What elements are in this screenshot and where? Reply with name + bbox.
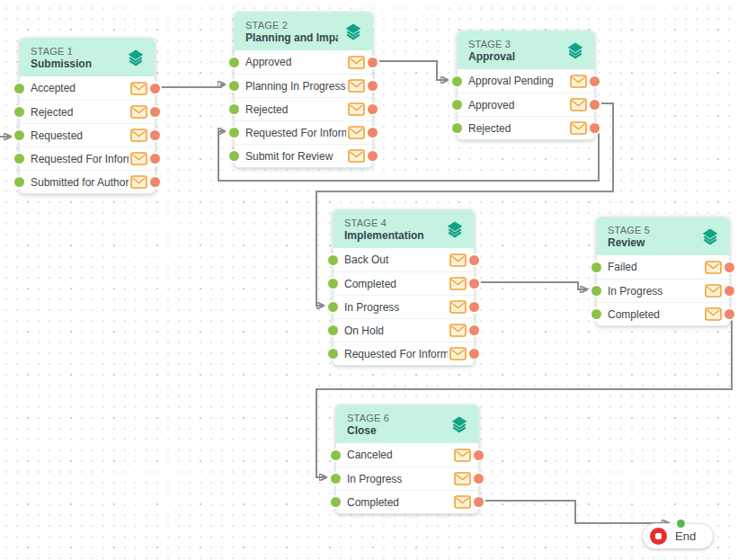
input-port[interactable] [591, 309, 601, 319]
input-port[interactable] [229, 104, 239, 114]
output-port[interactable] [368, 151, 378, 161]
input-port[interactable] [328, 349, 338, 359]
output-port[interactable] [474, 474, 484, 484]
input-port[interactable] [591, 286, 601, 296]
mail-icon[interactable] [570, 75, 587, 88]
mail-icon[interactable] [454, 449, 471, 462]
stage-header[interactable]: STAGE 2 Planning and Impact ... [235, 13, 372, 50]
stage-header[interactable]: STAGE 1 Submission [20, 39, 155, 76]
input-port[interactable] [328, 302, 338, 312]
input-port[interactable] [452, 100, 462, 110]
mail-icon[interactable] [705, 261, 722, 274]
mail-icon[interactable] [449, 324, 467, 337]
mail-icon[interactable] [449, 277, 467, 290]
input-port[interactable] [328, 279, 338, 289]
stage-header[interactable]: STAGE 4 Implementation [333, 210, 474, 248]
input-port[interactable] [328, 255, 338, 265]
status-item[interactable]: Planning In Progress [235, 74, 372, 97]
output-port[interactable] [150, 84, 160, 93]
status-item[interactable]: Requested For Informa. [235, 120, 372, 144]
stage-card-5[interactable]: STAGE 5 Review Failed In Progress Comple… [596, 217, 730, 326]
status-item[interactable]: Accepted [20, 76, 155, 100]
output-port[interactable] [150, 130, 160, 140]
stage-header[interactable]: STAGE 3 Approval [458, 31, 594, 69]
stage-header[interactable]: STAGE 5 Review [597, 218, 729, 255]
status-item[interactable]: Approved [235, 50, 372, 74]
end-input-port[interactable] [677, 520, 685, 528]
output-port[interactable] [150, 154, 160, 164]
status-item[interactable]: Canceled [336, 443, 478, 467]
output-port[interactable] [474, 497, 484, 507]
output-port[interactable] [474, 450, 484, 460]
output-port[interactable] [590, 76, 600, 86]
status-item[interactable]: Requested For Informa. [20, 147, 155, 170]
status-item[interactable]: Completed [597, 302, 729, 325]
status-item[interactable]: Failed [597, 255, 729, 279]
status-item[interactable]: Rejected [20, 100, 155, 123]
end-node[interactable]: End [642, 523, 714, 549]
output-port[interactable] [368, 81, 378, 91]
mail-icon[interactable] [130, 82, 147, 95]
output-port[interactable] [590, 123, 600, 133]
output-port[interactable] [469, 349, 479, 359]
workflow-canvas[interactable]: STAGE 1 Submission Accepted Rejected Req… [0, 0, 738, 560]
mail-icon[interactable] [348, 56, 365, 69]
mail-icon[interactable] [449, 300, 467, 314]
output-port[interactable] [725, 309, 734, 319]
status-item[interactable]: Rejected [458, 116, 594, 139]
output-port[interactable] [469, 325, 479, 335]
input-port[interactable] [591, 262, 601, 272]
output-port[interactable] [368, 58, 378, 67]
input-port[interactable] [229, 58, 239, 67]
input-port[interactable] [14, 107, 24, 117]
mail-icon[interactable] [454, 495, 471, 509]
mail-icon[interactable] [449, 253, 467, 267]
stage-card-6[interactable]: STAGE 6 Close Canceled In Progress Compl… [335, 404, 479, 514]
status-item[interactable]: Submitted for Authori... [20, 170, 155, 193]
status-item[interactable]: Approved [458, 93, 594, 116]
output-port[interactable] [150, 177, 160, 187]
status-item[interactable]: Requested For Informa. [333, 342, 474, 365]
input-port[interactable] [452, 123, 462, 133]
mail-icon[interactable] [570, 121, 587, 135]
input-port[interactable] [14, 130, 24, 140]
output-port[interactable] [469, 302, 479, 312]
status-item[interactable]: Back Out [333, 248, 474, 271]
mail-icon[interactable] [705, 307, 722, 321]
input-port[interactable] [331, 474, 341, 484]
status-item[interactable]: Submit for Review [235, 144, 372, 167]
input-port[interactable] [229, 151, 239, 161]
input-port[interactable] [229, 128, 239, 138]
mail-icon[interactable] [130, 175, 147, 189]
status-item[interactable]: Completed [333, 271, 474, 295]
stage-card-4[interactable]: STAGE 4 Implementation Back Out Complete… [333, 209, 475, 366]
stage-header[interactable]: STAGE 6 Close [336, 405, 478, 443]
status-item[interactable]: Rejected [235, 97, 372, 120]
status-item[interactable]: On Hold [333, 318, 474, 342]
status-item[interactable]: In Progress [336, 467, 478, 490]
output-port[interactable] [368, 104, 378, 114]
output-port[interactable] [725, 262, 734, 272]
input-port[interactable] [14, 177, 24, 187]
mail-icon[interactable] [130, 152, 147, 165]
mail-icon[interactable] [454, 472, 471, 485]
mail-icon[interactable] [348, 79, 365, 93]
stage-card-1[interactable]: STAGE 1 Submission Accepted Rejected Req… [19, 38, 156, 194]
output-port[interactable] [725, 286, 734, 296]
mail-icon[interactable] [348, 102, 365, 116]
mail-icon[interactable] [130, 129, 147, 142]
stage-card-2[interactable]: STAGE 2 Planning and Impact ... Approved… [234, 12, 373, 168]
output-port[interactable] [469, 255, 479, 265]
status-item[interactable]: Approval Pending [458, 69, 594, 93]
output-port[interactable] [150, 107, 160, 117]
input-port[interactable] [328, 325, 338, 335]
output-port[interactable] [368, 128, 378, 138]
input-port[interactable] [331, 450, 341, 460]
mail-icon[interactable] [449, 347, 467, 360]
input-port[interactable] [14, 154, 24, 164]
stage-card-3[interactable]: STAGE 3 Approval Approval Pending Approv… [457, 31, 595, 140]
input-port[interactable] [229, 81, 239, 91]
status-item[interactable]: Completed [336, 490, 478, 513]
status-item[interactable]: In Progress [333, 295, 474, 318]
mail-icon[interactable] [348, 126, 365, 139]
